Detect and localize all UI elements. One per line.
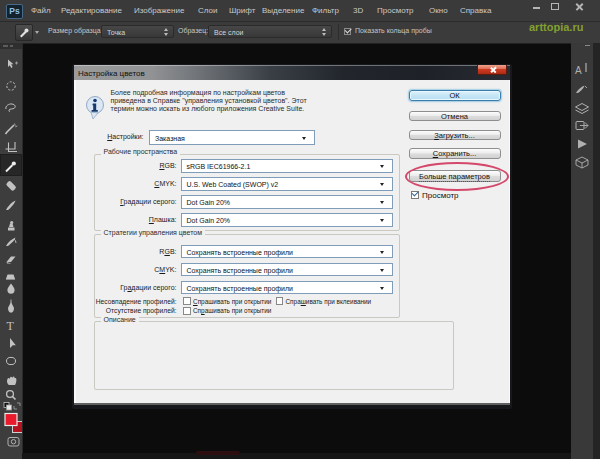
svg-text:A: A [575,65,582,76]
svg-text:T: T [7,319,15,333]
